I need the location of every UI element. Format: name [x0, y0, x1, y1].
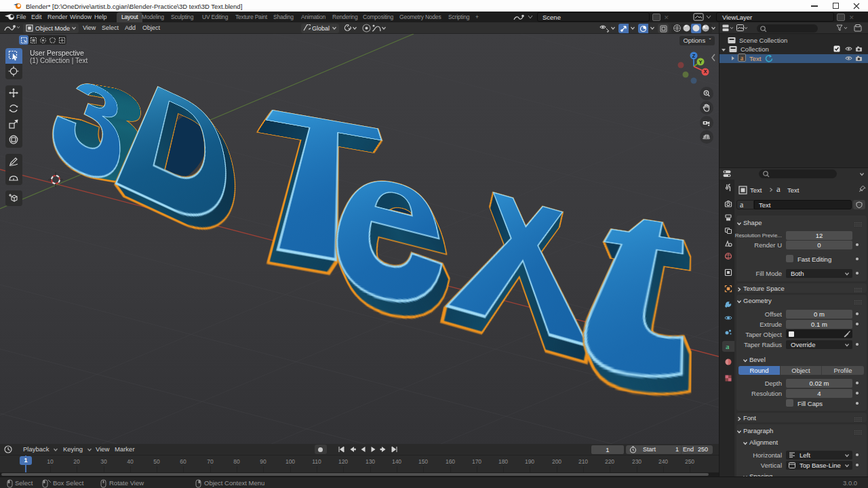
svg-text:a: a	[726, 342, 730, 350]
svg-text:Z: Z	[692, 53, 696, 59]
svg-text:X: X	[703, 68, 707, 75]
svg-text:Y: Y	[698, 59, 702, 65]
